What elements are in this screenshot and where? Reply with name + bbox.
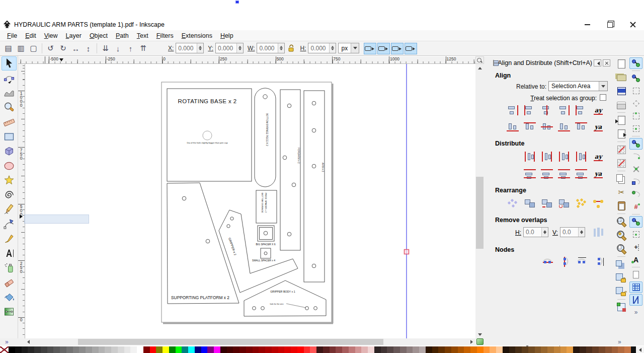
palette-swatch-81[interactable] xyxy=(522,346,528,353)
height-spinner[interactable] xyxy=(329,43,336,53)
palette-swatch-22[interactable] xyxy=(143,346,150,353)
width-spinner[interactable] xyxy=(278,43,284,53)
snap-bounding-box-button[interactable] xyxy=(629,73,642,84)
exchange-in-selection-order-button[interactable] xyxy=(522,197,537,210)
canvas[interactable]: ROTATING BASE x 2 Dia of the hole slight… xyxy=(25,64,475,338)
palette-swatch-10[interactable] xyxy=(66,346,73,353)
create-clone-button[interactable] xyxy=(615,272,627,284)
snap-bbox-corners-button[interactable] xyxy=(629,98,642,109)
palette-swatch-48[interactable] xyxy=(310,346,316,353)
align-right-edges-button[interactable] xyxy=(556,104,572,117)
align-bottom-edges-to-anchor-top-button[interactable] xyxy=(505,120,520,133)
palette-swatch-92[interactable] xyxy=(592,346,599,353)
lower-to-bottom-button[interactable]: ⇊ xyxy=(99,42,112,54)
scroll-down-arrow[interactable] xyxy=(475,330,484,338)
snap-bbox-edges-button[interactable] xyxy=(629,85,642,97)
palette-swatch-46[interactable] xyxy=(297,346,304,353)
snap-overflow-button[interactable]: » xyxy=(628,309,644,316)
distribute-top-edges-button[interactable] xyxy=(522,167,537,180)
palette-swatch-36[interactable] xyxy=(233,346,239,353)
palette-swatch-94[interactable] xyxy=(605,346,612,353)
transform-gradients-toggle[interactable] xyxy=(391,43,404,54)
tool-spray[interactable] xyxy=(2,261,17,275)
palette-swatch-21[interactable] xyxy=(137,346,143,353)
palette-swatch-1[interactable] xyxy=(9,346,15,353)
x-spinner[interactable] xyxy=(197,43,203,53)
duplicate-button[interactable] xyxy=(615,258,627,270)
snap-enable-button[interactable] xyxy=(629,57,642,69)
unclump-objects-button[interactable] xyxy=(591,197,606,210)
palette-swatch-79[interactable] xyxy=(509,346,516,353)
palette-swatch-2[interactable] xyxy=(15,346,22,353)
palette-swatch-3[interactable] xyxy=(22,346,28,353)
import-image-button[interactable] xyxy=(615,114,627,126)
paste-button[interactable] xyxy=(615,200,627,212)
zoom-to-drawing-button[interactable] xyxy=(615,229,627,241)
palette-swatch-63[interactable] xyxy=(407,346,413,353)
exchange-in-stacking-order-button[interactable] xyxy=(539,197,554,210)
snap-nodes-button[interactable] xyxy=(629,138,642,150)
tool-selector[interactable] xyxy=(2,56,17,70)
palette-swatch-41[interactable] xyxy=(265,346,272,353)
hscroll-thumb[interactable] xyxy=(78,339,383,345)
palette-swatch-60[interactable] xyxy=(387,346,393,353)
zoom-corner-button[interactable] xyxy=(475,56,484,64)
palette-swatch-4[interactable] xyxy=(28,346,34,353)
deselect-button[interactable]: ▢ xyxy=(27,42,40,54)
palette-swatch-86[interactable] xyxy=(554,346,560,353)
save-document-button[interactable] xyxy=(615,85,627,97)
palette-swatch-75[interactable] xyxy=(484,346,490,353)
palette-swatch-85[interactable] xyxy=(547,346,554,353)
part-arm[interactable] xyxy=(304,91,325,282)
palette-swatch-68[interactable] xyxy=(438,346,445,353)
palette-swatch-32[interactable] xyxy=(207,346,214,353)
distribute-text-anchors-horizontally-button[interactable]: ay xyxy=(591,150,606,163)
palette-swatch-64[interactable] xyxy=(413,346,419,353)
close-button[interactable] xyxy=(621,19,644,30)
tool-eraser[interactable] xyxy=(2,275,17,290)
palette-swatch-13[interactable] xyxy=(86,346,92,353)
palette-swatch-27[interactable] xyxy=(176,346,182,353)
palette-swatch-97[interactable] xyxy=(624,346,631,353)
palette-swatch-45[interactable] xyxy=(291,346,297,353)
palette-swatch-70[interactable] xyxy=(451,346,458,353)
palette-swatch-31[interactable] xyxy=(201,346,208,353)
palette-swatch-56[interactable] xyxy=(361,346,368,353)
distribute-right-edges-button[interactable] xyxy=(556,150,572,163)
palette-swatch-24[interactable] xyxy=(156,346,163,353)
palette-swatch-82[interactable] xyxy=(528,346,535,353)
palette-swatch-43[interactable] xyxy=(278,346,285,353)
open-document-button[interactable] xyxy=(615,72,627,84)
zoom-to-selection-button[interactable] xyxy=(615,216,627,228)
remove-overlaps-button[interactable] xyxy=(591,226,606,239)
palette-swatch-34[interactable] xyxy=(220,346,227,353)
scroll-left-arrow[interactable] xyxy=(24,338,32,345)
tool-paint-bucket[interactable] xyxy=(2,290,17,304)
horizontal-ruler[interactable]: -500-250025050075010001250 xyxy=(18,56,475,64)
tool-star[interactable] xyxy=(2,173,17,187)
palette-swatch-16[interactable] xyxy=(105,346,111,353)
snap-page-border-button[interactable] xyxy=(629,269,642,280)
distribute-nodes-vertically-button[interactable] xyxy=(592,255,607,268)
palette-swatch-62[interactable] xyxy=(400,346,407,353)
tool-rectangle[interactable] xyxy=(2,129,17,144)
palette-swatch-38[interactable] xyxy=(246,346,253,353)
commands-overflow-button[interactable]: » xyxy=(618,338,621,345)
palette-swatch-69[interactable] xyxy=(445,346,451,353)
tool-tweak[interactable] xyxy=(2,86,17,100)
palette-swatch-25[interactable] xyxy=(163,346,169,353)
palette-swatch-51[interactable] xyxy=(330,346,336,353)
palette-swatch-73[interactable] xyxy=(470,346,477,353)
palette-swatch-55[interactable] xyxy=(355,346,362,353)
rotate-90-ccw-button[interactable]: ↺ xyxy=(44,42,57,54)
palette-swatch-65[interactable] xyxy=(419,346,426,353)
palette-swatch-23[interactable] xyxy=(150,346,156,353)
palette-swatch-58[interactable] xyxy=(374,346,381,353)
rotate-90-cw-button[interactable]: ↻ xyxy=(57,42,69,54)
flip-vertical-button[interactable]: ↕ xyxy=(82,42,95,54)
menu-object[interactable]: Object xyxy=(86,31,112,40)
menu-filters[interactable]: Filters xyxy=(152,31,178,40)
panel-close-button[interactable] xyxy=(603,59,610,66)
print-document-button[interactable] xyxy=(615,99,627,111)
menu-edit[interactable]: Edit xyxy=(21,31,40,40)
